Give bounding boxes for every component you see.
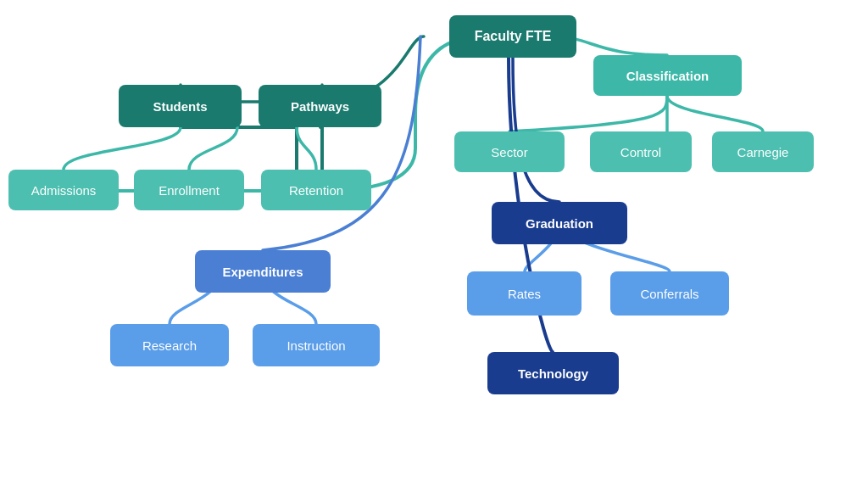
diagram: Faculty FTE Classification Sector Contro… xyxy=(0,0,868,486)
rates-node[interactable]: Rates xyxy=(467,271,581,316)
research-label: Research xyxy=(142,338,197,353)
carnegie-node[interactable]: Carnegie xyxy=(712,131,814,172)
instruction-label: Instruction xyxy=(287,338,345,353)
faculty-fte-label: Faculty FTE xyxy=(475,29,552,44)
students-label: Students xyxy=(153,99,207,114)
classification-node[interactable]: Classification xyxy=(593,55,742,96)
retention-label: Retention xyxy=(289,183,343,198)
control-node[interactable]: Control xyxy=(590,131,692,172)
conferrals-node[interactable]: Conferrals xyxy=(610,271,729,316)
control-label: Control xyxy=(620,145,661,159)
expenditures-label: Expenditures xyxy=(222,265,303,279)
faculty-fte-node[interactable]: Faculty FTE xyxy=(449,15,576,58)
rates-label: Rates xyxy=(508,287,541,301)
enrollment-label: Enrollment xyxy=(159,183,220,198)
sector-node[interactable]: Sector xyxy=(454,131,565,172)
expenditures-node[interactable]: Expenditures xyxy=(195,250,331,293)
classification-label: Classification xyxy=(626,69,709,83)
carnegie-label: Carnegie xyxy=(737,145,789,159)
sector-label: Sector xyxy=(491,145,527,159)
conferrals-label: Conferrals xyxy=(640,287,698,301)
technology-label: Technology xyxy=(518,366,588,381)
students-node[interactable]: Students xyxy=(119,85,242,127)
admissions-label: Admissions xyxy=(31,183,97,198)
instruction-node[interactable]: Instruction xyxy=(253,324,380,366)
pathways-label: Pathways xyxy=(291,99,349,114)
technology-node[interactable]: Technology xyxy=(487,352,619,394)
admissions-node[interactable]: Admissions xyxy=(8,170,119,210)
graduation-label: Graduation xyxy=(526,216,593,231)
research-node[interactable]: Research xyxy=(110,324,229,366)
retention-node[interactable]: Retention xyxy=(261,170,371,210)
pathways-node[interactable]: Pathways xyxy=(259,85,381,127)
enrollment-node[interactable]: Enrollment xyxy=(134,170,244,210)
graduation-node[interactable]: Graduation xyxy=(492,202,627,244)
